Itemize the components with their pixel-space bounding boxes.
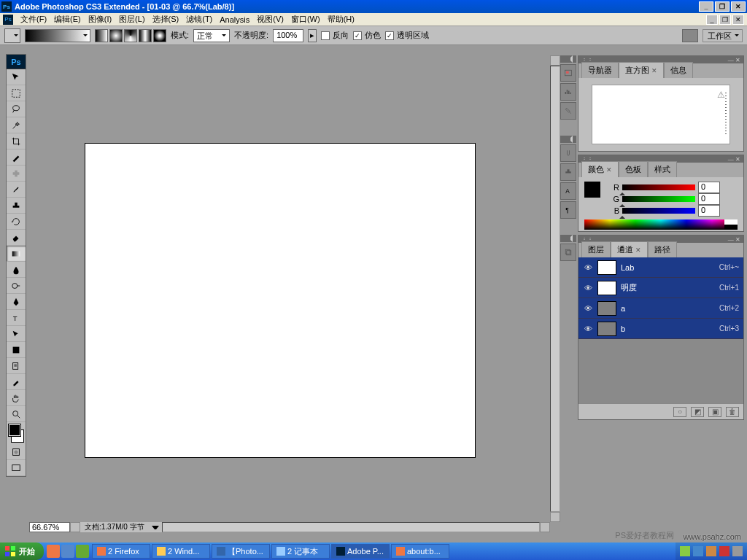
visibility-icon[interactable]: 👁	[583, 303, 593, 314]
gradient-linear-button[interactable]	[95, 29, 108, 42]
tab-layers[interactable]: 图层	[581, 241, 611, 257]
tab-swatches[interactable]: 色板	[619, 161, 648, 177]
stamp-tool[interactable]	[7, 198, 26, 214]
tool-preset-picker[interactable]	[4, 28, 20, 43]
task-about[interactable]: about:b...	[391, 544, 449, 559]
scroll-up-button[interactable]	[550, 55, 560, 66]
load-selection-icon[interactable]: ○	[673, 407, 686, 417]
color-fg-swatch[interactable]	[584, 182, 600, 198]
tab-color[interactable]: 颜色✕	[581, 161, 619, 177]
channel-row[interactable]: 👁 Lab Ctrl+~	[578, 257, 743, 278]
fg-color-swatch[interactable]	[9, 424, 20, 436]
heal-tool[interactable]	[7, 166, 26, 182]
r-slider[interactable]	[622, 184, 695, 190]
history-brush-tool[interactable]	[7, 214, 26, 230]
bridge-icon[interactable]	[682, 29, 698, 42]
zoom-tool[interactable]	[7, 406, 26, 422]
dock-icon-navigator[interactable]	[560, 64, 576, 82]
system-tray[interactable]	[676, 542, 747, 560]
scroll-right-button[interactable]	[540, 522, 550, 532]
dither-checkbox[interactable]: ✓仿色	[353, 30, 381, 41]
dock-collapse-3[interactable]	[560, 235, 576, 242]
slice-tool[interactable]	[7, 149, 26, 166]
dock-icon-histogram[interactable]	[560, 83, 576, 101]
menu-filter[interactable]: 滤镜(T)	[183, 12, 215, 26]
gradient-reflected-button[interactable]	[139, 29, 152, 42]
gradient-angle-button[interactable]	[124, 29, 137, 42]
dock-collapse-2[interactable]	[560, 136, 576, 143]
g-slider[interactable]	[622, 196, 695, 202]
tab-navigator[interactable]: 导航器	[581, 62, 619, 78]
delete-channel-icon[interactable]: 🗑	[726, 407, 739, 417]
tab-paths[interactable]: 路径	[648, 241, 677, 257]
task-explorer[interactable]: 2 Wind...	[152, 544, 210, 559]
gradient-diamond-button[interactable]	[153, 29, 166, 42]
b-slider[interactable]	[622, 208, 695, 214]
minimize-button[interactable]: _	[699, 1, 713, 12]
restore-button[interactable]: ❐	[715, 1, 729, 12]
scroll-down-button[interactable]	[550, 512, 560, 522]
vertical-scrollbar[interactable]	[550, 55, 560, 522]
menu-select[interactable]: 选择(S)	[150, 12, 182, 26]
crop-tool[interactable]	[7, 133, 26, 149]
channel-row[interactable]: 👁 明度 Ctrl+1	[578, 278, 743, 298]
brush-tool[interactable]	[7, 182, 26, 198]
dock-icon-clone[interactable]	[560, 163, 576, 181]
move-tool[interactable]	[7, 69, 26, 85]
marquee-tool[interactable]	[7, 85, 26, 101]
dock-icon-char[interactable]: A	[560, 182, 576, 200]
type-tool[interactable]: T	[7, 310, 26, 326]
color-swatches[interactable]	[7, 422, 26, 444]
menu-image[interactable]: 图像(I)	[85, 12, 115, 26]
save-selection-icon[interactable]: ◩	[691, 407, 704, 417]
dodge-tool[interactable]	[7, 278, 26, 294]
quickmask-toggle[interactable]	[7, 444, 26, 460]
tab-info[interactable]: 信息	[664, 62, 693, 78]
task-firefox[interactable]: 2 Firefox	[92, 544, 150, 559]
panel-menu-icon[interactable]: — ✕	[728, 236, 740, 243]
ql-desktop-icon[interactable]	[61, 545, 74, 558]
g-input[interactable]: 0	[698, 193, 720, 205]
channel-row[interactable]: 👁 b Ctrl+3	[578, 319, 743, 339]
ps-logo[interactable]: Ps	[7, 55, 26, 69]
dock-icon-brushes[interactable]	[560, 144, 576, 162]
tray-icon[interactable]	[719, 546, 729, 556]
ql-app-icon[interactable]	[76, 545, 89, 558]
doc-minimize-button[interactable]: _	[706, 15, 718, 25]
dock-icon-tools[interactable]	[560, 102, 576, 120]
eyedropper-tool[interactable]	[7, 374, 26, 390]
visibility-icon[interactable]: 👁	[583, 262, 593, 273]
scroll-left-button[interactable]	[70, 522, 80, 532]
canvas[interactable]	[85, 143, 476, 458]
zoom-input[interactable]: 66.67%	[29, 522, 70, 532]
tray-icon[interactable]	[693, 546, 703, 556]
hand-tool[interactable]	[7, 390, 26, 406]
wand-tool[interactable]	[7, 117, 26, 133]
warning-icon[interactable]: ⚠	[717, 90, 725, 100]
transparency-checkbox[interactable]: ✓透明区域	[385, 30, 429, 41]
ql-firefox-icon[interactable]	[47, 545, 60, 558]
visibility-icon[interactable]: 👁	[583, 283, 593, 293]
dock-icon-para[interactable]: ¶	[560, 201, 576, 219]
visibility-icon[interactable]: 👁	[583, 324, 593, 334]
opacity-flyout[interactable]: ▸	[308, 29, 317, 42]
new-channel-icon[interactable]: ▣	[708, 407, 721, 417]
menu-help[interactable]: 帮助(H)	[325, 12, 357, 26]
spectrum-ramp[interactable]	[584, 219, 738, 230]
r-input[interactable]: 0	[698, 182, 720, 193]
menu-layer[interactable]: 图层(L)	[116, 12, 147, 26]
notes-tool[interactable]	[7, 358, 26, 374]
task-notepad[interactable]: 2 记事本	[271, 544, 330, 559]
pen-tool[interactable]	[7, 294, 26, 310]
menu-window[interactable]: 窗口(W)	[288, 12, 323, 26]
tray-icon[interactable]	[680, 546, 690, 556]
gradient-preview[interactable]	[25, 29, 90, 42]
workspace-button[interactable]: 工作区	[703, 29, 743, 42]
dock-icon-layercomp[interactable]	[560, 244, 576, 261]
doc-info-menu[interactable]	[152, 526, 159, 529]
tab-channels[interactable]: 通道✕	[611, 241, 648, 257]
menu-analysis[interactable]: Analysis	[217, 14, 252, 26]
doc-close-button[interactable]: ✕	[732, 15, 744, 25]
panel-menu-icon[interactable]: — ✕	[728, 156, 740, 163]
gradient-radial-button[interactable]	[109, 29, 123, 42]
